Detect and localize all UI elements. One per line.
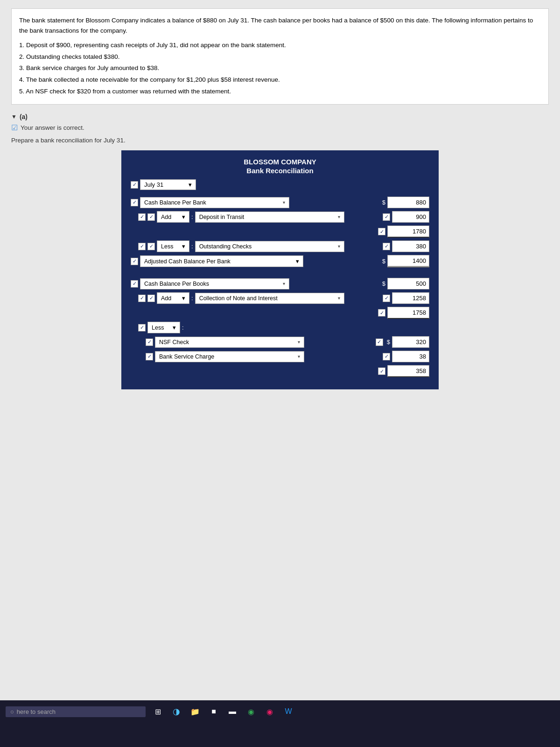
- colon-3: :: [191, 295, 193, 302]
- bank-service-row: ✓ Bank Service Charge ▾ ✓: [146, 351, 429, 362]
- bs-outer-checkbox[interactable]: ✓: [146, 353, 153, 360]
- nsf-check-amount[interactable]: [392, 336, 429, 348]
- less-select-1[interactable]: Less ▾: [157, 240, 189, 252]
- bs-arrow-icon: ▾: [298, 354, 300, 359]
- reconciliation-table: BLOSSOM COMPANY Bank Reconciliation ✓ Ju…: [121, 150, 439, 389]
- sub1-checkbox[interactable]: ✓: [378, 228, 385, 235]
- search-icon: ○: [10, 708, 14, 715]
- file-icon[interactable]: 📁: [189, 705, 202, 718]
- oc-outer-checkbox[interactable]: ✓: [138, 243, 146, 250]
- add-label-2: Add: [161, 295, 171, 302]
- cash-balance-bank-row: ✓ Cash Balance Per Bank ▾ $: [131, 197, 429, 208]
- date-select[interactable]: July 31 ▾: [140, 179, 196, 190]
- dt-right-checkbox[interactable]: ✓: [383, 213, 390, 221]
- nsf-outer-checkbox[interactable]: ✓: [146, 338, 153, 346]
- less-label-1: Less: [161, 243, 173, 250]
- date-value: July 31: [144, 181, 163, 188]
- deposit-transit-select[interactable]: Deposit in Transit ▾: [195, 211, 344, 223]
- oc-inner-checkbox[interactable]: ✓: [147, 243, 155, 250]
- colon-4: :: [182, 324, 184, 331]
- outstanding-checks-select[interactable]: Outstanding Checks ▾: [195, 241, 344, 252]
- add-select-1[interactable]: Add ▾: [157, 211, 189, 223]
- cn-right-checkbox[interactable]: ✓: [383, 295, 390, 302]
- nsf-right-checkbox[interactable]: ✓: [376, 338, 383, 346]
- bank-service-select[interactable]: Bank Service Charge ▾: [155, 351, 304, 362]
- word-icon[interactable]: W: [282, 705, 295, 718]
- collection-note-label: Collection of Note and Interest: [199, 295, 278, 302]
- collection-note-row: ✓ ✓ Add ▾ : Collection of Note and Inter…: [138, 292, 429, 304]
- less2-checkbox[interactable]: ✓: [138, 324, 146, 331]
- collapse-triangle-icon: ▼: [11, 113, 17, 120]
- cb-bank-checkbox[interactable]: ✓: [131, 199, 138, 206]
- recon-company-name: BLOSSOM COMPANY: [131, 158, 429, 166]
- edge-icon[interactable]: ◑: [170, 705, 183, 718]
- collection-note-amount[interactable]: [392, 292, 429, 304]
- add-select-2[interactable]: Add ▾: [157, 292, 189, 304]
- app-icon-2[interactable]: ▬: [226, 705, 239, 718]
- outstanding-checks-label: Outstanding Checks: [199, 243, 252, 250]
- add-arrow-icon-2: ▾: [182, 295, 185, 302]
- cb-books-checkbox[interactable]: ✓: [131, 280, 138, 288]
- taskview-icon[interactable]: ⊞: [151, 705, 164, 718]
- deposit-transit-row: ✓ ✓ Add ▾ : Deposit in Transit ▾ ✓: [138, 211, 429, 223]
- cash-balance-books-amount[interactable]: [387, 278, 429, 289]
- date-checkbox[interactable]: ✓: [131, 181, 138, 189]
- cash-balance-books-select[interactable]: Cash Balance Per Books ▾: [140, 278, 289, 289]
- chrome-icon[interactable]: ◉: [245, 705, 258, 718]
- section-a-header[interactable]: ▼ (a): [11, 113, 549, 120]
- sub3-checkbox[interactable]: ✓: [378, 367, 385, 375]
- collection-note-select[interactable]: Collection of Note and Interest ▾: [195, 293, 344, 304]
- cash-balance-bank-select[interactable]: Cash Balance Per Bank ▾: [140, 197, 289, 208]
- subtotal-3-row: ✓: [131, 365, 429, 377]
- cn-arrow-icon: ▾: [338, 296, 340, 301]
- deposit-transit-amount[interactable]: [392, 211, 429, 223]
- taskbar-search[interactable]: ○ here to search: [6, 706, 146, 717]
- adjusted-bank-label: Adjusted Cash Balance Per Bank: [144, 258, 231, 265]
- list-item: An NSF check for $320 from a customer wa…: [19, 86, 541, 97]
- adjusted-bank-select[interactable]: Adjusted Cash Balance Per Bank ▾: [140, 255, 303, 267]
- cn-outer-checkbox[interactable]: ✓: [138, 295, 146, 302]
- outstanding-checks-amount[interactable]: [392, 240, 429, 252]
- less-arrow-icon-1: ▾: [182, 243, 185, 250]
- intro-box: The bank statement for Blossom Company i…: [11, 8, 549, 105]
- oc-right-checkbox[interactable]: ✓: [383, 243, 390, 250]
- bank-service-amount[interactable]: [392, 351, 429, 362]
- check-icon: ☑: [11, 123, 18, 132]
- deposit-arrow-icon: ▾: [338, 214, 340, 219]
- dt-outer-checkbox[interactable]: ✓: [138, 213, 146, 221]
- adjusted-bank-amount[interactable]: [387, 255, 429, 268]
- cn-inner-checkbox[interactable]: ✓: [147, 295, 155, 302]
- list-item: Deposit of $900, representing cash recei…: [19, 40, 541, 50]
- adj-bank-dollar: $: [382, 258, 385, 265]
- adj-bank-outer-checkbox[interactable]: ✓: [131, 258, 138, 265]
- intro-paragraph: The bank statement for Blossom Company i…: [19, 15, 541, 35]
- app-icon-1[interactable]: ■: [207, 705, 220, 718]
- deposit-transit-label: Deposit in Transit: [199, 214, 245, 220]
- subtotal-2-row: ✓: [131, 307, 429, 319]
- less-arrow-icon-2: ▾: [173, 324, 176, 331]
- nsf-check-select[interactable]: NSF Check ▾: [155, 337, 304, 348]
- recon-title: Bank Reconciliation: [131, 167, 429, 175]
- subtotal-3-amount[interactable]: [387, 365, 429, 377]
- subtotal-2-amount[interactable]: [387, 307, 429, 319]
- subtotal-1-row: ✓: [131, 226, 429, 238]
- colon-1: :: [191, 213, 193, 220]
- main-content: The bank statement for Blossom Company i…: [0, 0, 560, 700]
- less-select-2[interactable]: Less ▾: [147, 322, 180, 333]
- subtotal-1-amount[interactable]: [387, 226, 429, 238]
- cash-balance-books-label: Cash Balance Per Books: [144, 281, 209, 287]
- app-icon-3[interactable]: ◉: [263, 705, 276, 718]
- add-arrow-icon-1: ▾: [182, 213, 185, 220]
- add-label-1: Add: [161, 214, 171, 220]
- cb-books-dollar: $: [382, 280, 385, 287]
- cb-bank-arrow-icon: ▾: [283, 200, 285, 205]
- sub2-checkbox[interactable]: ✓: [378, 309, 385, 317]
- correct-badge: ☑ Your answer is correct.: [11, 123, 549, 132]
- less-row: ✓ Less ▾ :: [138, 322, 429, 333]
- dt-inner-checkbox[interactable]: ✓: [147, 213, 155, 221]
- bs-right-checkbox[interactable]: ✓: [383, 353, 390, 360]
- bank-service-label: Bank Service Charge: [159, 353, 214, 360]
- cash-balance-bank-label: Cash Balance Per Bank: [144, 199, 206, 206]
- cash-balance-bank-amount[interactable]: [387, 197, 429, 208]
- adj-bank-arrow-icon: ▾: [296, 258, 299, 265]
